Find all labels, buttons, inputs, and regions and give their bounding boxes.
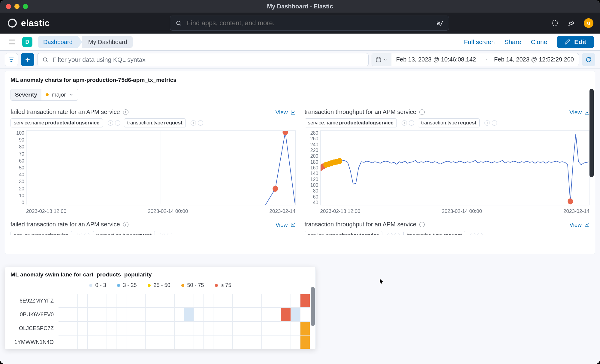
chart-view-link[interactable]: View bbox=[569, 109, 589, 116]
remove-filter-icon[interactable]: − bbox=[477, 233, 483, 235]
close-window-button[interactable] bbox=[6, 4, 11, 9]
swimlane-cell[interactable] bbox=[88, 308, 97, 321]
swimlane-cell[interactable] bbox=[204, 308, 213, 321]
refresh-button[interactable] bbox=[582, 53, 595, 66]
swimlane-cell[interactable] bbox=[78, 336, 87, 349]
swimlane-cell[interactable] bbox=[146, 308, 155, 321]
swimlane-cell[interactable] bbox=[88, 294, 97, 308]
swimlane-cell[interactable] bbox=[204, 294, 213, 308]
add-filter-icon[interactable]: + bbox=[387, 233, 393, 235]
swimlane-cell[interactable] bbox=[107, 294, 116, 308]
swimlane-cell[interactable] bbox=[116, 322, 126, 335]
date-range-picker[interactable]: Feb 13, 2023 @ 10:46:08.142 → Feb 14, 20… bbox=[372, 53, 579, 66]
swimlane-cell[interactable] bbox=[252, 336, 262, 349]
swimlane-cell[interactable] bbox=[126, 336, 136, 349]
swimlane-cell[interactable] bbox=[116, 308, 126, 321]
swimlane-cell[interactable] bbox=[165, 294, 175, 308]
swimlane-cell[interactable] bbox=[136, 308, 146, 321]
edit-button[interactable]: Edit bbox=[557, 36, 594, 48]
remove-filter-icon[interactable]: − bbox=[409, 120, 414, 126]
swimlane-cell[interactable] bbox=[262, 294, 271, 308]
swimlane-cell[interactable] bbox=[223, 336, 233, 349]
swimlane-cell[interactable] bbox=[97, 294, 107, 308]
swimlane-cell[interactable] bbox=[136, 294, 146, 308]
swimlane-cell[interactable] bbox=[281, 308, 291, 321]
swimlane-cell[interactable] bbox=[107, 336, 116, 349]
swimlane-cell[interactable] bbox=[223, 322, 233, 335]
swimlane-cell[interactable] bbox=[242, 336, 252, 349]
swimlane-cell[interactable] bbox=[281, 322, 291, 335]
swimlane-cell[interactable] bbox=[165, 336, 175, 349]
swimlane-cell[interactable] bbox=[59, 322, 68, 335]
remove-filter-icon[interactable]: − bbox=[394, 233, 400, 235]
swimlane-cell[interactable] bbox=[242, 308, 252, 321]
swimlane-cell[interactable] bbox=[300, 294, 310, 308]
swimlane-cell[interactable] bbox=[136, 322, 146, 335]
swimlane-cell[interactable] bbox=[146, 336, 155, 349]
swimlane-cell[interactable] bbox=[271, 322, 281, 335]
swimlane-cell[interactable] bbox=[262, 336, 271, 349]
kql-input-wrapper[interactable]: Filter your data using KQL syntax bbox=[37, 53, 369, 66]
swimlane-cell[interactable] bbox=[213, 322, 223, 335]
swimlane-cell[interactable] bbox=[291, 308, 300, 321]
add-filter-icon[interactable]: + bbox=[160, 233, 165, 235]
info-icon[interactable]: i bbox=[123, 222, 128, 227]
global-search[interactable]: ⌘/ bbox=[170, 16, 449, 31]
swimlane-cell[interactable] bbox=[223, 294, 233, 308]
remove-filter-icon[interactable]: − bbox=[84, 233, 89, 235]
swimlane-cell[interactable] bbox=[146, 294, 155, 308]
swimlane-cell[interactable] bbox=[184, 308, 194, 321]
swimlane-cell[interactable] bbox=[59, 308, 68, 321]
swimlane-cell[interactable] bbox=[126, 308, 136, 321]
swimlane-cell[interactable] bbox=[291, 322, 300, 335]
user-avatar[interactable]: u bbox=[584, 18, 593, 28]
help-icon[interactable] bbox=[551, 19, 559, 27]
swimlane-cell[interactable] bbox=[262, 322, 271, 335]
nav-toggle-button[interactable] bbox=[5, 38, 19, 46]
add-filter-icon[interactable]: + bbox=[108, 120, 113, 126]
swimlane-cell[interactable] bbox=[116, 336, 126, 349]
breadcrumb-dashboard-link[interactable]: Dashboard bbox=[38, 36, 78, 48]
remove-filter-icon[interactable]: − bbox=[492, 120, 497, 126]
swimlane-cell[interactable] bbox=[107, 308, 116, 321]
swimlane-cell[interactable] bbox=[184, 336, 194, 349]
add-filter-icon[interactable]: + bbox=[484, 120, 490, 126]
swimlane-cell[interactable] bbox=[97, 308, 107, 321]
swimlane-cell[interactable] bbox=[126, 322, 136, 335]
swimlane-cell[interactable] bbox=[204, 336, 213, 349]
swimlane-cell[interactable] bbox=[175, 322, 184, 335]
info-icon[interactable]: i bbox=[123, 109, 128, 115]
swimlane-cell[interactable] bbox=[223, 308, 233, 321]
swimlane-cell[interactable] bbox=[68, 308, 78, 321]
swimlane-cell[interactable] bbox=[146, 322, 155, 335]
swimlane-cell[interactable] bbox=[281, 294, 291, 308]
panel-scrollbar[interactable] bbox=[589, 89, 594, 177]
swimlane-cell[interactable] bbox=[68, 294, 78, 308]
minimize-window-button[interactable] bbox=[14, 4, 20, 9]
news-icon[interactable] bbox=[568, 19, 575, 27]
calendar-icon-button[interactable] bbox=[372, 53, 391, 66]
swimlane-cell[interactable] bbox=[165, 322, 175, 335]
swimlane-cell[interactable] bbox=[78, 308, 87, 321]
info-icon[interactable]: i bbox=[419, 109, 425, 115]
remove-filter-icon[interactable]: − bbox=[115, 120, 120, 126]
swimlane-cell[interactable] bbox=[59, 336, 68, 349]
add-filter-icon[interactable]: + bbox=[77, 233, 82, 235]
swimlane-cell[interactable] bbox=[175, 308, 184, 321]
swimlane-cell[interactable] bbox=[262, 308, 271, 321]
swimlane-cell[interactable] bbox=[107, 322, 116, 335]
swimlane-cell[interactable] bbox=[68, 336, 78, 349]
swimlane-scrollbar[interactable] bbox=[311, 287, 315, 326]
swimlane-cell[interactable] bbox=[291, 336, 300, 349]
chart-view-link[interactable]: View bbox=[276, 222, 296, 228]
add-filter-icon[interactable]: + bbox=[402, 120, 407, 126]
swimlane-cell[interactable] bbox=[155, 294, 165, 308]
swimlane-cell[interactable] bbox=[271, 336, 281, 349]
swimlane-cell[interactable] bbox=[88, 322, 97, 335]
space-selector[interactable]: D bbox=[22, 37, 32, 47]
saved-query-button[interactable] bbox=[5, 53, 18, 66]
swimlane-cell[interactable] bbox=[194, 308, 204, 321]
swimlane-cell[interactable] bbox=[233, 336, 242, 349]
brand-home-link[interactable]: elastic bbox=[8, 18, 50, 28]
info-icon[interactable]: i bbox=[419, 222, 425, 227]
